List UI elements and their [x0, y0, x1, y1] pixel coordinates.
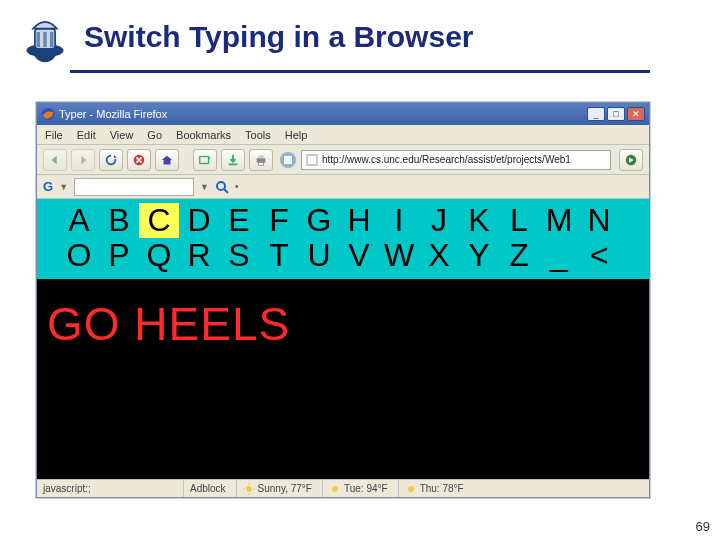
key-B[interactable]: B — [99, 203, 139, 238]
key-X[interactable]: X — [419, 238, 459, 273]
key-Q[interactable]: Q — [139, 238, 179, 273]
key-J[interactable]: J — [419, 203, 459, 238]
key-Z[interactable]: Z — [499, 238, 539, 273]
svg-rect-11 — [258, 155, 263, 158]
google-dropdown-icon[interactable]: ▼ — [59, 182, 68, 192]
keyboard-row-2: OPQRSTUVWXYZ_< — [59, 238, 627, 273]
firefox-icon — [41, 107, 55, 121]
key-W[interactable]: W — [379, 238, 419, 273]
new-tab-button[interactable] — [193, 149, 217, 171]
status-weather-tue[interactable]: Tue: 94°F — [322, 480, 388, 497]
sun-icon — [243, 483, 255, 495]
back-button[interactable] — [43, 149, 67, 171]
status-adblock[interactable]: Adblock — [183, 480, 226, 497]
key-K[interactable]: K — [459, 203, 499, 238]
key-R[interactable]: R — [179, 238, 219, 273]
print-button[interactable] — [249, 149, 273, 171]
title-underline — [70, 70, 650, 73]
go-button[interactable] — [619, 149, 643, 171]
key-E[interactable]: E — [219, 203, 259, 238]
key-L[interactable]: L — [499, 203, 539, 238]
menu-help[interactable]: Help — [285, 129, 308, 141]
svg-rect-14 — [284, 156, 292, 164]
address-bar[interactable]: http://www.cs.unc.edu/Research/assist/et… — [301, 150, 611, 170]
key-U[interactable]: U — [299, 238, 339, 273]
svg-rect-15 — [307, 155, 317, 165]
svg-rect-12 — [258, 162, 263, 165]
key-P[interactable]: P — [99, 238, 139, 273]
svg-point-19 — [246, 486, 252, 492]
google-logo[interactable]: G — [43, 179, 53, 194]
key-C[interactable]: C — [139, 203, 179, 238]
slide-title: Switch Typing in a Browser — [84, 20, 474, 54]
menu-bar: File Edit View Go Bookmarks Tools Help — [37, 125, 649, 145]
svg-point-25 — [408, 486, 414, 492]
key-F[interactable]: F — [259, 203, 299, 238]
sun-icon — [405, 483, 417, 495]
status-weather-now[interactable]: Sunny, 77°F — [236, 480, 312, 497]
slide-number: 69 — [696, 519, 710, 534]
svg-rect-4 — [43, 32, 46, 47]
google-search-icon[interactable] — [215, 180, 229, 194]
key-I[interactable]: I — [379, 203, 419, 238]
google-search-dropdown-icon[interactable]: ▼ — [200, 182, 209, 192]
menu-edit[interactable]: Edit — [77, 129, 96, 141]
svg-rect-9 — [229, 163, 238, 165]
page-icon — [306, 154, 318, 166]
sun-icon — [329, 483, 341, 495]
minimize-button[interactable]: _ — [587, 107, 605, 121]
status-left: javascript:; — [43, 480, 173, 497]
close-button[interactable]: ✕ — [627, 107, 645, 121]
key-Y[interactable]: Y — [459, 238, 499, 273]
key-O[interactable]: O — [59, 238, 99, 273]
menu-file[interactable]: File — [45, 129, 63, 141]
stop-button[interactable] — [127, 149, 151, 171]
typed-output: GO HEELS — [37, 279, 649, 351]
unc-well-logo — [18, 10, 72, 64]
forward-button[interactable] — [71, 149, 95, 171]
key-T[interactable]: T — [259, 238, 299, 273]
svg-point-24 — [332, 486, 338, 492]
key-H[interactable]: H — [339, 203, 379, 238]
slide: Switch Typing in a Browser Typer - Mozil… — [0, 0, 720, 540]
menu-bookmarks[interactable]: Bookmarks — [176, 129, 231, 141]
unc-bookmark-icon[interactable] — [279, 151, 297, 169]
status-bar: javascript:; Adblock Sunny, 77°F Tue: 94… — [37, 479, 649, 497]
key-<[interactable]: < — [579, 238, 619, 273]
window-title: Typer - Mozilla Firefox — [59, 108, 167, 120]
key-S[interactable]: S — [219, 238, 259, 273]
nav-toolbar: http://www.cs.unc.edu/Research/assist/et… — [37, 145, 649, 175]
key-D[interactable]: D — [179, 203, 219, 238]
maximize-button[interactable]: □ — [607, 107, 625, 121]
google-search-input[interactable] — [74, 178, 194, 196]
status-weather-thu[interactable]: Thu: 78°F — [398, 480, 464, 497]
google-toolbar: G ▼ ▼ • — [37, 175, 649, 199]
key-N[interactable]: N — [579, 203, 619, 238]
menu-view[interactable]: View — [110, 129, 134, 141]
url-text: http://www.cs.unc.edu/Research/assist/et… — [322, 154, 571, 165]
page-content: ABCDEFGHIJKLMN OPQRSTUVWXYZ_< GO HEELS — [37, 199, 649, 479]
svg-line-18 — [224, 189, 228, 193]
svg-rect-5 — [50, 32, 53, 47]
window-controls: _ □ ✕ — [587, 107, 645, 121]
reload-button[interactable] — [99, 149, 123, 171]
menu-go[interactable]: Go — [147, 129, 162, 141]
key-V[interactable]: V — [339, 238, 379, 273]
downloads-button[interactable] — [221, 149, 245, 171]
menu-tools[interactable]: Tools — [245, 129, 271, 141]
window-titlebar[interactable]: Typer - Mozilla Firefox _ □ ✕ — [37, 103, 649, 125]
svg-rect-8 — [200, 156, 209, 163]
key-_[interactable]: _ — [539, 238, 579, 273]
keyboard-row-1: ABCDEFGHIJKLMN — [59, 203, 627, 238]
key-A[interactable]: A — [59, 203, 99, 238]
onscreen-keyboard: ABCDEFGHIJKLMN OPQRSTUVWXYZ_< — [37, 199, 649, 279]
home-button[interactable] — [155, 149, 179, 171]
svg-rect-10 — [257, 158, 266, 162]
svg-rect-3 — [37, 32, 40, 47]
key-G[interactable]: G — [299, 203, 339, 238]
browser-window: Typer - Mozilla Firefox _ □ ✕ File Edit … — [36, 102, 650, 498]
svg-point-17 — [217, 182, 225, 190]
slide-header: Switch Typing in a Browser — [0, 0, 720, 64]
key-M[interactable]: M — [539, 203, 579, 238]
